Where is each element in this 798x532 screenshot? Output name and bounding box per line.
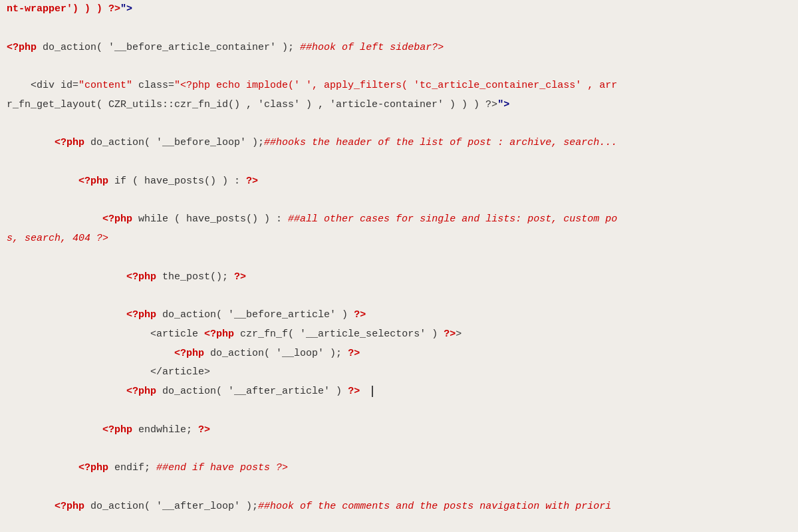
php-tag: ?> — [348, 348, 360, 359]
php-tag: ?> — [198, 424, 210, 436]
code-content: nt-wrapper') ) ) ?>"> <?php do_action( '… — [0, 0, 798, 532]
php-tag: <?php — [55, 137, 84, 148]
code-line: <?php the_post(); ?> — [0, 268, 798, 287]
php-tag: ?> — [246, 176, 258, 187]
code-line — [0, 192, 798, 211]
php-tag: <?php — [126, 386, 156, 397]
code-text: __after_article — [234, 386, 324, 397]
code-text: __before_article_container — [114, 42, 270, 53]
code-text: __after_loop — [162, 501, 234, 512]
code-line: <?php do_action( '__before_article_conta… — [0, 39, 798, 58]
code-line — [0, 115, 798, 134]
php-tag: <?php — [102, 213, 132, 225]
php-tag: <?php — [7, 42, 37, 53]
code-line: <?php endwhile; ?> — [0, 421, 798, 440]
code-line: <?php do_action( '__after_article' ) ?> — [0, 382, 798, 402]
code-line — [0, 402, 798, 421]
code-line — [0, 287, 798, 306]
php-tag: <?php — [204, 329, 234, 340]
php-tag: <?php — [78, 176, 108, 187]
html-tag: "> — [497, 99, 509, 110]
code-text: __article_selectors — [306, 329, 420, 340]
php-tag: <?php — [174, 348, 204, 359]
code-line: r_fn_get_layout( CZR_utils::czr_fn_id() … — [0, 96, 798, 115]
php-tag: ?> — [348, 386, 360, 397]
code-text: do_action( ' — [37, 42, 114, 53]
code-line: <div id="content" class="<?php echo impl… — [0, 76, 798, 96]
html-tag: "> — [120, 3, 132, 15]
code-line: <article <?php czr_fn_f( '__article_sele… — [0, 325, 798, 344]
code-line — [0, 440, 798, 459]
code-line — [0, 19, 798, 39]
code-line — [0, 153, 798, 172]
code-text: ' ); — [270, 42, 300, 53]
code-line: <?php endif; ##end if have posts ?> — [0, 459, 798, 478]
php-tag: ?> — [234, 271, 246, 283]
code-line: <?php do_action( '__loop' ); ?> — [0, 344, 798, 364]
code-line: <?php while ( have_posts() ) : ##all oth… — [0, 210, 798, 229]
code-text: __before_article — [234, 309, 330, 321]
php-comment: s, search, 404 ?> — [7, 233, 108, 244]
string: "content" — [78, 80, 132, 91]
php-comment: ##hook of left sidebar?> — [300, 42, 444, 53]
php-tag: <?php — [55, 501, 84, 512]
code-line — [0, 249, 798, 268]
code-line: <?php do_action( '__before_loop' );##hoo… — [0, 134, 798, 153]
string: "<?php echo implode(' ', apply_filters( … — [174, 80, 617, 91]
code-line: <?php if ( have_posts() ) : ?> — [0, 172, 798, 192]
code-line: <?php do_action( '__before_article' ) ?> — [0, 306, 798, 325]
code-text: __loop — [282, 348, 318, 359]
php-tag: ?> — [354, 309, 366, 321]
code-line — [0, 57, 798, 76]
code-editor: nt-wrapper') ) ) ?>"> <?php do_action( '… — [0, 0, 798, 532]
code-line — [0, 516, 798, 532]
php-tag: nt-wrapper') ) ) ?> — [7, 3, 120, 15]
code-line — [0, 478, 798, 497]
php-tag: <?php — [126, 309, 156, 321]
php-comment: ##hooks the header of the list of post :… — [264, 137, 617, 148]
code-line: </article> — [0, 363, 798, 382]
php-tag: <?php — [126, 271, 156, 283]
code-line: <?php do_action( '__after_loop' );##hook… — [0, 497, 798, 517]
php-comment: ##end if have posts ?> — [156, 462, 288, 473]
code-line: s, search, 404 ?> — [0, 229, 798, 249]
php-comment: ##all other cases for single and lists: … — [288, 213, 617, 225]
php-tag: <?php — [102, 424, 132, 436]
code-line: nt-wrapper') ) ) ?>"> — [0, 0, 798, 19]
text-cursor — [372, 386, 373, 397]
code-text: __before_loop — [162, 137, 240, 148]
php-tag: ?> — [444, 329, 456, 340]
php-comment: ##hook of the comments and the posts nav… — [258, 501, 611, 512]
php-tag: <?php — [78, 462, 108, 473]
